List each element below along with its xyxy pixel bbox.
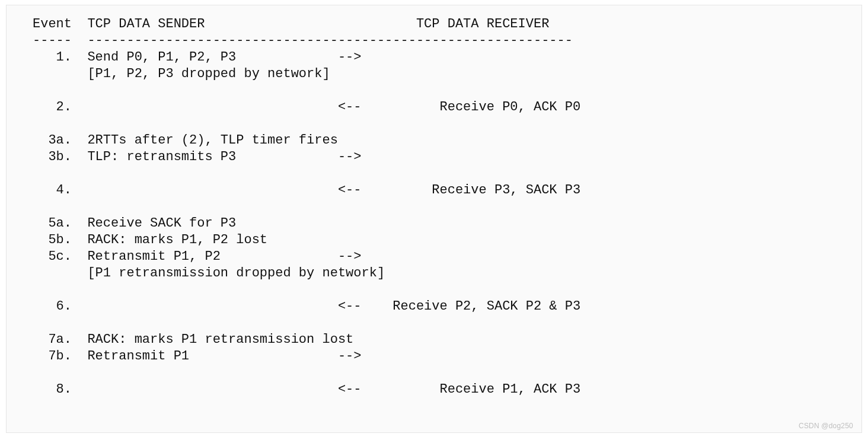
watermark: CSDN @dog250	[799, 422, 853, 430]
code-frame: Event TCP DATA SENDER TCP DATA RECEIVER …	[6, 5, 862, 433]
tcp-event-diagram: Event TCP DATA SENDER TCP DATA RECEIVER …	[33, 16, 845, 398]
